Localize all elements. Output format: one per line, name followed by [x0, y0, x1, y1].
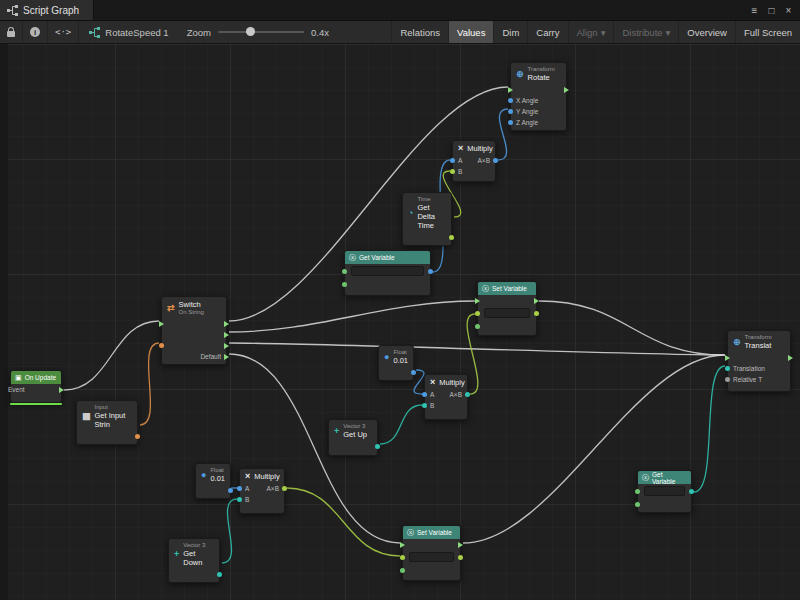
node-rotate[interactable]: ⊕TransformRotateX AngleY AngleZ Angle [510, 62, 567, 131]
toolbar-button-values[interactable]: Values [448, 21, 493, 43]
port-label: Translation [733, 365, 765, 372]
node-multiply-b[interactable]: ×MultiplyAA×BB [424, 374, 468, 420]
value-port[interactable] [635, 489, 640, 494]
menu-icon[interactable]: ≡ [746, 5, 763, 16]
value-port[interactable] [342, 269, 347, 274]
flow-port[interactable] [725, 355, 730, 361]
node-subtitle: Vector 3 [183, 542, 214, 549]
zoom-to-fit-button[interactable]: <·> [48, 21, 79, 43]
value-port[interactable] [725, 377, 730, 382]
value-port[interactable] [400, 568, 405, 573]
node-get-delta-time[interactable]: ◔TimeGet Delta Time [402, 192, 452, 246]
graph-canvas[interactable] [0, 44, 800, 600]
variable-name-field[interactable] [351, 266, 424, 276]
flow-port[interactable] [159, 321, 164, 327]
flow-port[interactable] [564, 87, 569, 93]
value-port[interactable] [465, 392, 470, 397]
node-on-update[interactable]: ▣On UpdateEvent [10, 370, 62, 403]
value-port[interactable] [689, 489, 694, 494]
value-port[interactable] [237, 497, 242, 502]
value-port[interactable] [449, 235, 454, 240]
tab-script-graph[interactable]: Script Graph [0, 0, 94, 20]
value-port[interactable] [475, 311, 480, 316]
lock-button[interactable] [0, 21, 23, 43]
value-port[interactable] [217, 572, 222, 577]
get-delta-time-port-group [449, 232, 454, 243]
node-switch-on-string[interactable]: ⇄SwitchOn StringDefault [161, 296, 227, 365]
port-label: A×B [478, 157, 490, 164]
maximize-icon[interactable]: □ [763, 5, 780, 16]
node-port-row: Z Angle [511, 117, 566, 128]
node-multiply-a[interactable]: ×MultiplyAA×BB [452, 140, 496, 182]
value-port[interactable] [428, 269, 433, 274]
node-float-b[interactable]: ●Float0.01 [195, 463, 231, 499]
value-port[interactable] [635, 502, 640, 507]
toolbar-button-dim[interactable]: Dim [493, 21, 527, 43]
value-port[interactable] [534, 311, 539, 316]
node-float-a[interactable]: ●Float0.01 [378, 345, 414, 381]
node-vector3-get-down[interactable]: +Vector 3Get Down [168, 538, 220, 583]
toolbar-button-overview[interactable]: Overview [678, 21, 735, 43]
flow-port[interactable] [224, 332, 229, 338]
flow-port[interactable] [508, 87, 513, 93]
value-port[interactable] [450, 169, 455, 174]
flow-port[interactable] [534, 298, 539, 304]
breadcrumb[interactable]: RotateSpeed 1 [79, 27, 178, 38]
node-port-row [638, 499, 691, 510]
toolbar-button-full-screen[interactable]: Full Screen [735, 21, 800, 43]
value-port[interactable] [725, 366, 730, 371]
value-port[interactable] [400, 555, 405, 560]
info-button[interactable]: i [23, 21, 48, 43]
value-port[interactable] [282, 486, 287, 491]
value-port[interactable] [411, 370, 416, 375]
toolbar-button-carry[interactable]: Carry [527, 21, 567, 43]
zoom-knob[interactable] [246, 27, 255, 36]
flow-port[interactable] [788, 355, 793, 361]
value-port[interactable] [450, 158, 455, 163]
flow-port[interactable] [59, 387, 64, 393]
value-port[interactable] [458, 555, 463, 560]
node-get-variable-b[interactable]: ⓧGet Variable [637, 470, 692, 513]
node-multiply-c[interactable]: ×MultiplyAA×BB [239, 468, 285, 514]
flow-port[interactable] [400, 542, 405, 548]
node-vector3-get-up[interactable]: +Vector 3Get Up [328, 419, 378, 456]
value-port[interactable] [237, 486, 242, 491]
zoom-slider[interactable] [218, 31, 304, 33]
node-subtitle: Vector 3 [343, 423, 367, 430]
node-title: ▦InputGet Input Strin [77, 401, 137, 431]
value-port[interactable] [475, 324, 480, 329]
node-port-row [169, 569, 219, 580]
value-port[interactable] [228, 488, 233, 493]
node-port-row [196, 485, 230, 496]
flow-port[interactable] [224, 343, 229, 349]
value-port[interactable] [508, 120, 513, 125]
node-set-variable-a[interactable]: ⓧSet Variable [477, 281, 537, 336]
value-port[interactable] [135, 434, 140, 439]
value-port[interactable] [422, 403, 427, 408]
value-port[interactable] [375, 444, 380, 449]
variable-name-field[interactable] [409, 552, 454, 562]
variable-name-field[interactable] [644, 486, 685, 496]
flow-port[interactable] [224, 354, 229, 360]
value-port[interactable] [508, 98, 513, 103]
flow-port[interactable] [224, 321, 229, 327]
variable-name-field[interactable] [484, 308, 530, 318]
value-port[interactable] [508, 109, 513, 114]
value-port[interactable] [342, 282, 347, 287]
node-port-row: B [453, 166, 495, 177]
flow-port[interactable] [458, 542, 463, 548]
node-port-row: Translation [728, 363, 790, 374]
node-get-variable-a[interactable]: ⓧGet Variable [344, 250, 431, 296]
flow-port[interactable] [475, 298, 480, 304]
value-port[interactable] [159, 343, 164, 348]
rotate-icon: ⊕ [516, 70, 524, 79]
value-port[interactable] [493, 158, 498, 163]
float-b-icon: ● [201, 471, 206, 480]
node-translate[interactable]: ⊕TransformTranslatTranslationRelative T [727, 330, 791, 392]
close-icon[interactable]: × [780, 5, 797, 16]
node-get-input-string[interactable]: ▦InputGet Input Strin [76, 400, 138, 445]
node-port-row: AA×B [425, 389, 467, 400]
node-set-variable-b[interactable]: ⓧSet Variable [402, 525, 461, 581]
toolbar-button-relations[interactable]: Relations [391, 21, 448, 43]
value-port[interactable] [422, 392, 427, 397]
